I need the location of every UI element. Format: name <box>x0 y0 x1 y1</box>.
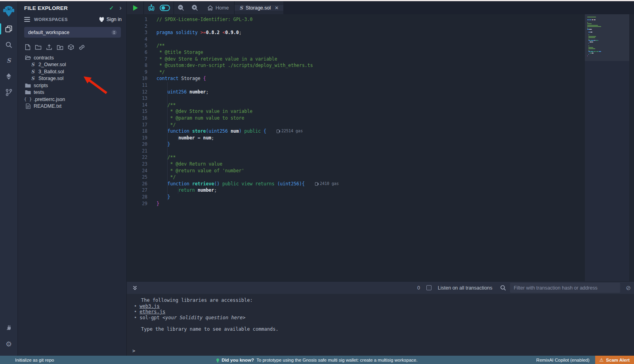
terminal-line: Type the library name to see available c… <box>127 326 634 332</box>
remix-ide: S ⚙ FILE EXPLORER ✓ <box>0 1 634 356</box>
editor-scrollbar[interactable] <box>629 14 634 281</box>
copilot-status[interactable]: RemixAI Copilot (enabled) <box>536 358 589 362</box>
tree-item-contracts[interactable]: contracts <box>18 54 126 61</box>
upload-file-icon[interactable] <box>46 44 52 50</box>
minimap[interactable] <box>585 14 629 281</box>
line-number: 15 <box>127 108 147 115</box>
code-line-5: 5/** <box>127 42 585 49</box>
workspace-menu-icon[interactable] <box>24 17 30 22</box>
code-line-16: 16 * @param num value to store <box>127 115 585 122</box>
terminal-library-link[interactable]: •ethers.js <box>127 309 634 315</box>
line-number: 22 <box>127 154 147 161</box>
tree-item-storage-sol[interactable]: SStorage.sol <box>18 75 126 82</box>
transaction-filter-input[interactable] <box>510 283 620 293</box>
tree-item-readme-txt[interactable]: README.txt <box>18 103 126 110</box>
tree-item-label: Storage.sol <box>38 76 63 81</box>
line-number: 14 <box>127 102 147 109</box>
tree-item-label: tests <box>34 90 44 95</box>
folder-icon <box>25 90 31 95</box>
tree-item-tests[interactable]: tests <box>18 89 126 96</box>
close-tab-icon[interactable]: ✕ <box>275 5 279 11</box>
explorer-toolbar <box>18 40 126 53</box>
upload-folder-icon[interactable] <box>57 44 63 50</box>
tab-storage-sol[interactable]: S Storage.sol ✕ <box>235 5 283 11</box>
zoom-in-icon[interactable] <box>188 1 202 14</box>
line-number: 24 <box>127 168 147 174</box>
lightbulb-icon <box>216 358 219 361</box>
code-line-20: 20} <box>127 141 585 148</box>
ai-robot-icon[interactable] <box>144 1 159 14</box>
tree-item-3-ballot-sol[interactable]: S3_Ballot.sol <box>18 68 126 75</box>
line-number: 16 <box>127 115 147 122</box>
remix-logo[interactable] <box>0 1 18 21</box>
terminal-library-link[interactable]: •web3.js <box>127 303 634 309</box>
code-line-25: 25 */ <box>127 174 585 181</box>
file-tree: contractsS2_Owner.solS3_Ballot.solSStora… <box>18 54 126 110</box>
terminal-line: The following libraries are accessible: <box>127 297 634 303</box>
tab-home[interactable]: Home <box>202 5 234 11</box>
tree-item--prettierrc-json[interactable]: { }.prettierrc.json <box>18 96 126 103</box>
tree-item-label: 3_Ballot.sol <box>38 69 64 74</box>
line-number: 8 <box>127 62 147 69</box>
line-number: 25 <box>127 174 147 181</box>
code-line-29: 29} <box>127 200 585 207</box>
code-lines: 1// SPDX-License-Identifier: GPL-3.023pr… <box>127 14 585 281</box>
tree-item-2-owner-sol[interactable]: S2_Owner.sol <box>18 61 126 69</box>
code-line-9: 9 */ <box>127 69 585 76</box>
cube-icon[interactable] <box>68 44 74 50</box>
sign-in-button[interactable]: Sign in <box>99 17 122 22</box>
panel-title: FILE EXPLORER <box>24 5 109 11</box>
line-number: 13 <box>127 95 147 102</box>
activity-settings-icon[interactable]: ⚙ <box>0 336 18 352</box>
new-folder-icon[interactable] <box>35 44 42 50</box>
clear-console-icon[interactable]: ⊘ <box>626 284 631 292</box>
code-line-24: 24 * @return value of 'number' <box>127 168 585 174</box>
file-explorer-panel: FILE EXPLORER ✓ › WORKSPACES Sign in def… <box>18 1 127 356</box>
activity-solidity-compiler-icon[interactable]: S <box>0 53 18 69</box>
link-icon[interactable] <box>78 44 85 50</box>
new-file-icon[interactable] <box>25 44 31 50</box>
scam-alert-button[interactable]: ⚠ Scam Alert <box>595 356 634 364</box>
code-line-28: 28} <box>127 194 585 200</box>
line-number: 7 <box>127 56 147 63</box>
workspace-select[interactable]: default_workspace <box>24 27 121 38</box>
check-icon: ✓ <box>109 5 114 11</box>
workspaces-label: WORKSPACES <box>34 17 99 22</box>
code-line-8: 8 * @custom:dev-run-script ./scripts/dep… <box>127 62 585 69</box>
code-line-19: 19number = num; <box>127 135 585 141</box>
gas-pump-icon <box>277 130 279 133</box>
tree-item-scripts[interactable]: scripts <box>18 82 126 89</box>
tree-item-label: README.txt <box>34 103 61 109</box>
activity-search-icon[interactable] <box>0 37 18 53</box>
code-line-23: 23 * @dev Return value <box>127 161 585 168</box>
chevron-right-icon[interactable]: › <box>119 6 122 10</box>
terminal-collapse-icon[interactable] <box>132 285 137 291</box>
code-line-13: 13 <box>127 95 585 102</box>
activity-git-icon[interactable] <box>0 84 18 100</box>
code-line-4: 4 <box>127 36 585 43</box>
activity-bar: S ⚙ <box>0 1 18 356</box>
activity-file-explorer-icon[interactable] <box>0 21 18 37</box>
line-number: 28 <box>127 194 147 200</box>
code-line-14: 14/** <box>127 102 585 109</box>
solidity-file-icon: S <box>31 69 34 74</box>
activity-plugin-manager-icon[interactable] <box>0 320 18 336</box>
gas-estimate: 2410 gas <box>315 181 339 187</box>
activity-deploy-run-icon[interactable] <box>0 69 18 84</box>
warning-icon: ⚠ <box>600 357 604 363</box>
line-number: 20 <box>127 141 147 148</box>
line-number: 29 <box>127 200 147 207</box>
code-editor[interactable]: 1// SPDX-License-Identifier: GPL-3.023pr… <box>127 14 634 281</box>
line-number: 17 <box>127 122 147 128</box>
terminal-output[interactable]: The following libraries are accessible:•… <box>127 294 634 356</box>
zoom-out-icon[interactable] <box>174 1 188 14</box>
run-script-button[interactable] <box>127 1 143 14</box>
code-line-1: 1// SPDX-License-Identifier: GPL-3.0 <box>127 16 585 23</box>
terminal-header: 0 Listen on all transactions ⊘ <box>127 281 634 294</box>
copilot-toggle-icon[interactable] <box>159 1 174 14</box>
git-init-button[interactable]: Initialize as git repo <box>0 358 54 362</box>
code-line-11: 11 <box>127 82 585 89</box>
listen-checkbox[interactable] <box>426 285 432 290</box>
terminal-library-command: •sol-gpt <your Solidity question here> <box>127 315 634 321</box>
folder-icon <box>25 83 31 88</box>
